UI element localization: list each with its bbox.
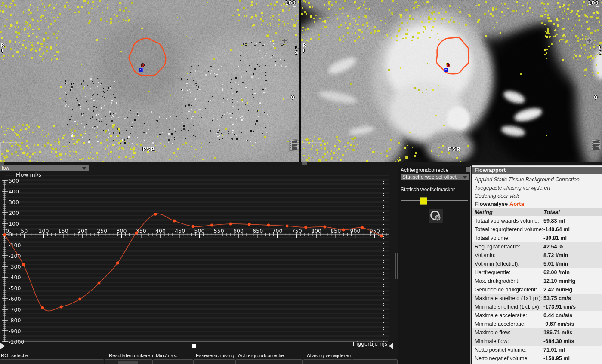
plus-icon[interactable] (586, 37, 593, 44)
column-meting: Meting (475, 208, 493, 216)
svg-text:500: 500 (9, 177, 19, 184)
magnitude-image-viewport[interactable]: D R I L S 100 0 PSR (301, 0, 602, 162)
svg-text:550: 550 (214, 228, 224, 234)
report-row-label: Vol./min (effectief): (475, 260, 519, 268)
time-scrollbar-handle[interactable] (192, 344, 196, 348)
report-row: Minimale snelheid (1x1 px):-173.91 cm/s (472, 303, 602, 311)
report-row-label: Regurgitatiefractie: (475, 242, 520, 251)
report-row-label: Totaal regurgiterend volume: (475, 225, 543, 234)
report-row-value: 53.75 cm/s (543, 294, 571, 303)
report-scrollbar[interactable] (470, 166, 471, 364)
report-row-value: -80.81 ml (543, 234, 567, 242)
report-row: Totaal regurgiterend volume:-140.64 ml (472, 225, 602, 234)
report-title: Flowrapport (472, 167, 602, 174)
sequence-label: PSR (448, 147, 461, 152)
report-row-label: Netto negatief volume: (475, 354, 529, 363)
flow-analysis-app: D R I L S 100 0 PSR (0, 0, 602, 364)
svg-text:600: 600 (233, 228, 244, 234)
bottom-tab[interactable] (235, 359, 303, 364)
tab-label-2: Resultaten omkeren (109, 353, 153, 358)
report-row: Regurgitatiefractie:42.54 % (472, 242, 602, 251)
cine-film-icon[interactable] (289, 138, 299, 151)
tab-label-3: Min./max. (156, 353, 177, 358)
bottom-tab[interactable] (303, 359, 352, 364)
report-row-label: Gemiddelde drukgradiënt: (475, 285, 537, 294)
report-row-label: Minimale snelheid (1x1 px): (475, 303, 540, 311)
flow-report-panel: Flowrapport Applied Static Tissue Backgr… (472, 165, 602, 364)
report-row-label: Minimale flow: (475, 337, 509, 346)
report-row-value: 42.54 % (543, 242, 563, 251)
chevron-down-icon (463, 176, 467, 179)
report-row-value: 71.01 ml (543, 346, 565, 354)
partial-button[interactable] (118, 361, 138, 364)
bottom-tab[interactable] (352, 359, 398, 364)
svg-text:700: 700 (272, 228, 283, 234)
report-note: Applied Static Tissue Background Correct… (475, 176, 599, 184)
analysis-target: Aorta (509, 201, 524, 207)
background-correction-dropdown[interactable]: Statische weefsel offset (401, 174, 469, 180)
bottom-tab[interactable] (0, 359, 104, 364)
bottom-tab[interactable] (153, 359, 193, 364)
orientation-label-superior: S (599, 50, 602, 55)
report-row: Max. drukgradiënt:12.10 mmHg (472, 277, 602, 285)
flow-curve-chart[interactable]: -1000-900-800-700-600-500-400-300-200-10… (0, 166, 398, 364)
scale-bracket-cap-top (596, 6, 599, 7)
scale-bracket (599, 6, 599, 99)
static-tissue-mask-slider-handle[interactable] (420, 197, 427, 205)
svg-text:300: 300 (9, 199, 19, 205)
report-row-label: Minimale acceleratie: (475, 320, 525, 328)
report-row: Maximale flow:186.71 ml/s (472, 328, 602, 337)
scale-bracket-cap-bottom (293, 99, 296, 99)
report-note: Codering door vlak (475, 192, 599, 200)
svg-text:100: 100 (39, 228, 49, 234)
time-scrollbar-track[interactable] (5, 346, 389, 346)
svg-text:200: 200 (77, 228, 88, 234)
orientation-label-inferior: I (1, 49, 3, 53)
report-row: Minimale acceleratie:-0.67 cm/s/s (472, 320, 602, 328)
report-row-label: Maximale flow: (475, 328, 510, 337)
report-row-label: Max. drukgradiënt: (475, 277, 519, 285)
svg-text:750: 750 (292, 228, 302, 234)
report-row-value: 186.71 ml/s (543, 328, 572, 337)
tab-label-4: Faseverschuiving (196, 353, 234, 358)
svg-text:0: 0 (6, 228, 9, 234)
roi-marker-label: D (141, 63, 144, 67)
background-correction-panel: Achtergrondcorrectie Statische weefsel o… (398, 166, 472, 364)
report-row-value: 12.10 mmHg (543, 277, 575, 285)
edit-contour-button[interactable] (429, 209, 443, 223)
roi-marker-label: D (447, 63, 450, 67)
scroll-left-arrow[interactable] (0, 343, 5, 349)
time-cursor-end[interactable] (383, 180, 384, 347)
report-row-value: 62.00 /min (543, 268, 570, 277)
plus-icon[interactable] (281, 37, 288, 44)
time-cursor-start[interactable] (5, 172, 5, 350)
tab-label-5: Achtergrondcorrectie (238, 353, 284, 358)
svg-text:650: 650 (253, 228, 263, 234)
analysis-label: Flowanalyse (475, 201, 508, 207)
background-correction-dropdown-value: Statische weefsel offset (402, 174, 457, 180)
bottom-tab[interactable] (193, 359, 236, 364)
phase-image-viewport[interactable]: D R I L S 100 0 PSR (0, 0, 299, 162)
scale-max-label: 100 (588, 1, 599, 6)
scale-min-label: 0 (291, 95, 294, 100)
splitter-thumb[interactable] (466, 167, 470, 172)
background-correction-title: Achtergrondcorrectie (401, 167, 448, 173)
svg-text:300: 300 (117, 228, 127, 234)
sequence-label: PSR (142, 147, 155, 152)
scroll-right-arrow[interactable] (389, 343, 393, 349)
orientation-label-inferior: I (303, 49, 305, 53)
svg-text:400: 400 (155, 228, 166, 234)
roi-seed-marker[interactable] (444, 68, 448, 72)
report-row-label: Maximale acceleratie: (475, 311, 527, 320)
right-viewer-scroll-thumb[interactable] (302, 162, 307, 165)
scale-min-label: 0 (594, 95, 597, 100)
svg-text:150: 150 (58, 228, 68, 234)
roi-seed-marker[interactable] (139, 68, 143, 72)
svg-text:250: 250 (97, 228, 107, 234)
cine-film-icon[interactable] (591, 138, 602, 151)
svg-text:-400: -400 (9, 274, 21, 281)
panel-splitter-handle[interactable] (395, 253, 398, 279)
report-row-value: 2.42 mmHg (543, 285, 572, 294)
static-tissue-mask-slider-track[interactable] (401, 200, 468, 201)
svg-text:-700: -700 (9, 306, 21, 313)
